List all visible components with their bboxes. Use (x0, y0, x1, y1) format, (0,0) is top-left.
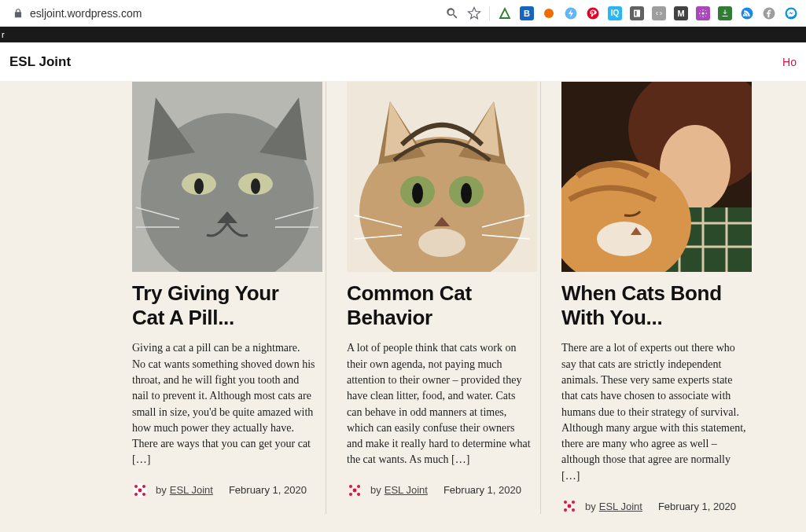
svg-point-64 (564, 508, 567, 512)
author-avatar[interactable] (132, 482, 148, 498)
post-date[interactable]: February 1, 2020 (658, 501, 736, 512)
svg-point-66 (568, 504, 572, 508)
svg-point-44 (349, 485, 352, 488)
ext-iq-icon[interactable]: IQ (608, 6, 622, 20)
svg-point-26 (142, 493, 145, 496)
post-title[interactable]: Try Giving Your Cat A Pill... (132, 281, 316, 329)
dark-strip-text: r (2, 30, 5, 39)
messenger-icon[interactable] (784, 6, 798, 20)
dark-strip: r (0, 27, 806, 42)
svg-point-63 (572, 501, 575, 504)
author-avatar[interactable] (347, 482, 363, 498)
post-title[interactable]: Common Cat Behavior (347, 281, 531, 329)
post-date[interactable]: February 1, 2020 (443, 484, 521, 496)
content-area: Try Giving Your Cat A Pill... Giving a c… (0, 82, 806, 532)
by-label: by (585, 501, 596, 512)
post-card: Try Giving Your Cat A Pill... Giving a c… (132, 82, 326, 514)
by-label: by (156, 484, 167, 496)
by-label: by (370, 484, 381, 496)
post-thumbnail[interactable] (347, 82, 537, 272)
star-icon[interactable] (467, 6, 481, 20)
ext-grey-icon[interactable] (630, 6, 644, 20)
post-date[interactable]: February 1, 2020 (229, 484, 307, 496)
author-avatar[interactable] (561, 498, 577, 514)
ext-triangle-icon[interactable] (498, 6, 512, 20)
url-text: esljoint.wordpress.com (30, 7, 142, 20)
lock-icon (13, 8, 24, 19)
ext-gear-icon[interactable] (696, 6, 710, 20)
posts-grid: Try Giving Your Cat A Pill... Giving a c… (0, 82, 806, 514)
site-header: ESL Joint Ho (0, 42, 806, 82)
svg-point-2 (587, 7, 599, 19)
ext-b-icon[interactable]: B (520, 6, 534, 20)
divider (489, 6, 490, 20)
svg-point-45 (357, 485, 360, 488)
pinterest-icon[interactable] (586, 6, 600, 20)
post-excerpt: There are a lot of experts out there who… (561, 340, 746, 484)
byline: by ESL Joint (585, 501, 642, 512)
svg-point-47 (357, 493, 360, 496)
post-card: When Cats Bond With You... There are a l… (561, 82, 756, 514)
ext-code-icon[interactable] (652, 6, 666, 20)
svg-point-5 (702, 12, 705, 14)
nav-home[interactable]: Ho (782, 56, 797, 68)
post-meta: by ESL Joint February 1, 2020 (132, 482, 316, 498)
svg-point-0 (544, 9, 554, 18)
svg-point-60 (597, 222, 652, 256)
author-link[interactable]: ESL Joint (170, 484, 213, 496)
facebook-icon[interactable] (762, 6, 776, 20)
svg-point-16 (251, 178, 260, 194)
post-card: Common Cat Behavior A lot of people thin… (347, 82, 541, 514)
author-link[interactable]: ESL Joint (599, 501, 642, 512)
search-icon[interactable] (445, 6, 459, 20)
site-title[interactable]: ESL Joint (9, 54, 71, 70)
svg-point-15 (194, 178, 204, 194)
svg-point-23 (134, 485, 138, 488)
post-excerpt: Giving a cat a pill can be a nightmare. … (132, 340, 316, 468)
byline: by ESL Joint (156, 484, 213, 496)
svg-point-37 (461, 183, 472, 204)
svg-point-36 (412, 183, 423, 204)
url-box[interactable]: esljoint.wordpress.com (13, 7, 142, 20)
svg-point-25 (134, 493, 138, 496)
svg-point-62 (564, 501, 567, 504)
post-excerpt: A lot of people think that cats work on … (347, 340, 531, 468)
post-thumbnail[interactable] (132, 82, 322, 272)
svg-point-48 (353, 488, 357, 492)
svg-rect-3 (634, 9, 640, 17)
ext-orange-icon[interactable] (542, 6, 556, 20)
byline: by ESL Joint (370, 484, 428, 496)
post-meta: by ESL Joint February 1, 2020 (347, 482, 531, 498)
ext-rss-icon[interactable] (740, 6, 754, 20)
ext-m-icon[interactable]: М (674, 6, 688, 20)
svg-point-65 (572, 508, 575, 512)
browser-address-bar: esljoint.wordpress.com B IQ М (0, 0, 806, 27)
ext-bolt-icon[interactable] (564, 6, 578, 20)
svg-point-27 (138, 488, 142, 492)
ext-download-icon[interactable] (718, 6, 732, 20)
author-link[interactable]: ESL Joint (385, 484, 428, 496)
svg-rect-4 (635, 11, 637, 16)
post-thumbnail[interactable] (561, 82, 752, 272)
svg-point-39 (418, 229, 466, 257)
post-meta: by ESL Joint February 1, 2020 (561, 498, 746, 514)
svg-point-24 (142, 485, 145, 488)
svg-point-46 (349, 493, 352, 496)
browser-extension-icons: B IQ М (445, 6, 798, 20)
post-title[interactable]: When Cats Bond With You... (561, 281, 746, 329)
